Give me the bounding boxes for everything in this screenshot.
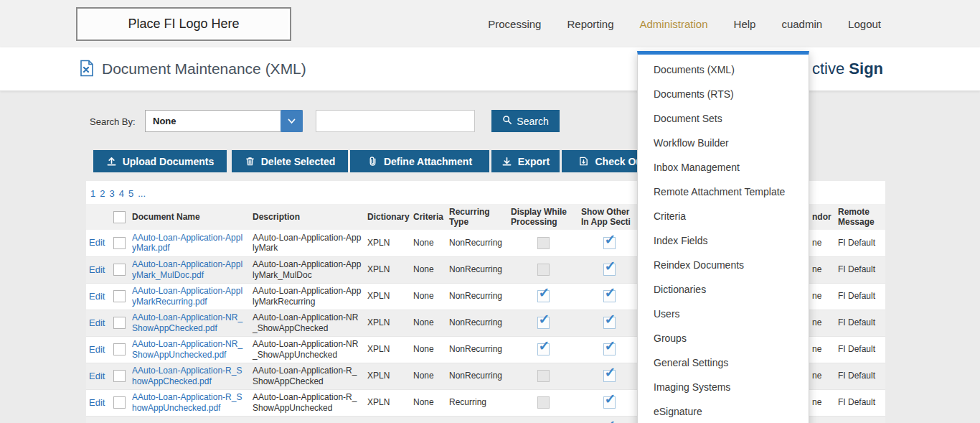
show-other-cell: ✓	[578, 363, 640, 389]
edit-link[interactable]: Edit	[89, 237, 105, 248]
checkbox-checked[interactable]: ✓	[603, 237, 616, 249]
edit-link[interactable]: Edit	[89, 264, 105, 275]
button-label: Upload Documents	[123, 156, 215, 167]
description-cell: AAuto-Loan-Application-RS	[250, 416, 364, 423]
checkbox-checked[interactable]: ✓	[603, 264, 616, 276]
checkbox-checked[interactable]: ✓	[603, 370, 616, 382]
menu-item-general-settings[interactable]: General Settings	[638, 350, 809, 375]
search-button[interactable]: Search	[491, 110, 560, 132]
description-cell: AAuto-Loan-Application-NR_ShowAppChecked	[250, 310, 364, 336]
col-remote-message: Remote Message	[835, 204, 885, 230]
check-icon: ✓	[539, 284, 550, 301]
page-link[interactable]: 5	[128, 188, 133, 199]
define-attachment-button[interactable]: Define Attachment	[350, 150, 489, 172]
description-cell: AAuto-Loan-Application-ApplyMark	[250, 230, 364, 256]
admin-dropdown-menu: Documents (XML)Documents (RTS)Document S…	[638, 57, 809, 423]
select-all-checkbox[interactable]	[113, 211, 126, 223]
chevron-down-icon[interactable]	[281, 110, 303, 132]
edit-link[interactable]: Edit	[89, 371, 105, 381]
row-select-checkbox[interactable]	[113, 343, 126, 355]
trash-icon	[245, 156, 255, 167]
display-while-processing-cell	[508, 363, 578, 389]
menu-item-documents-rts[interactable]: Documents (RTS)	[638, 82, 809, 106]
document-name-link[interactable]: AAuto-Loan-Application-ApplyMark.pdf	[132, 233, 242, 254]
edit-link[interactable]: Edit	[89, 317, 105, 328]
nav-logout[interactable]: Logout	[848, 18, 881, 30]
menu-item-imaging-systems[interactable]: Imaging Systems	[638, 375, 809, 399]
document-name-link[interactable]: AAuto-Loan-Application-ApplyMark_MulDoc.…	[132, 259, 242, 280]
row-select-checkbox[interactable]	[113, 290, 126, 302]
menu-item-remote-attachment-template[interactable]: Remote Attachment Template	[638, 180, 809, 204]
menu-item-document-sets[interactable]: Document Sets	[638, 106, 809, 131]
document-name-link[interactable]: AAuto-Loan-Application-NR_ShowAppChecked…	[132, 312, 242, 333]
edit-link[interactable]: Edit	[89, 344, 105, 355]
checkbox-checked[interactable]: ✓	[537, 290, 550, 302]
menu-item-inbox-management[interactable]: Inbox Management	[638, 155, 809, 180]
checkbox-unchecked[interactable]	[537, 264, 550, 276]
export-button[interactable]: Export	[491, 150, 560, 172]
menu-item-esignature[interactable]: eSignature	[638, 399, 809, 423]
row-select-checkbox[interactable]	[113, 396, 126, 409]
checkbox-unchecked[interactable]	[537, 370, 550, 382]
remote-message-cell: FI Default	[835, 363, 885, 389]
upload-documents-button[interactable]: Upload Documents	[93, 150, 227, 172]
recurring-type-cell: NonRecurring	[446, 256, 508, 283]
row-select-checkbox[interactable]	[113, 370, 126, 382]
nav-administration[interactable]: Administration	[640, 18, 708, 30]
search-by-label: Search By:	[90, 116, 136, 127]
nav-processing[interactable]: Processing	[488, 18, 541, 30]
search-by-dropdown[interactable]: None	[145, 110, 303, 132]
row-select-checkbox[interactable]	[113, 237, 126, 249]
edit-link[interactable]: Edit	[89, 397, 105, 408]
recurring-type-cell: NonRecurring	[446, 336, 508, 363]
checkbox-unchecked[interactable]	[537, 237, 550, 249]
delete-selected-button[interactable]: Delete Selected	[232, 150, 348, 172]
remote-message-cell: FI Default	[835, 416, 885, 423]
page-link[interactable]: 1	[90, 188, 95, 199]
menu-item-criteria[interactable]: Criteria	[638, 204, 809, 228]
page-link[interactable]: 2	[100, 188, 105, 199]
checkbox-checked[interactable]: ✓	[603, 290, 616, 302]
checkbox-checked[interactable]: ✓	[537, 343, 550, 355]
document-name-link[interactable]: AAuto-Loan-Application-NR_ShowAppUncheck…	[132, 339, 242, 360]
edit-link[interactable]: Edit	[89, 291, 105, 302]
col-description: Description	[250, 204, 364, 230]
menu-item-documents-xml[interactable]: Documents (XML)	[638, 57, 809, 82]
description-cell: AAuto-Loan-Application-NR_ShowAppUncheck…	[250, 336, 364, 363]
document-name-link[interactable]: AAuto-Loan-Application-R_ShowAppChecked.…	[132, 366, 242, 386]
checkbox-unchecked[interactable]	[537, 396, 550, 409]
display-while-processing-cell: ✓	[508, 283, 578, 310]
document-name-link[interactable]: AAuto-Loan-Application-ApplyMarkRecurrin…	[132, 286, 242, 307]
menu-item-reindex-documents[interactable]: Reindex Documents	[638, 253, 809, 277]
checkbox-checked[interactable]: ✓	[603, 396, 616, 409]
menu-item-index-fields[interactable]: Index Fields	[638, 228, 809, 253]
menu-item-users[interactable]: Users	[638, 302, 809, 326]
page-link[interactable]: 3	[109, 188, 114, 199]
nav-cuadmin[interactable]: cuadmin	[781, 18, 822, 30]
nav-reporting[interactable]: Reporting	[567, 18, 613, 30]
check-icon: ✓	[605, 311, 616, 327]
vendor-cell: ne	[809, 416, 835, 423]
checkbox-checked[interactable]: ✓	[603, 317, 616, 329]
menu-item-groups[interactable]: Groups	[638, 326, 809, 350]
col-dictionary: Dictionary	[364, 204, 410, 230]
row-select-checkbox[interactable]	[113, 264, 126, 276]
row-select-checkbox[interactable]	[113, 317, 126, 329]
criteria-cell: None	[410, 256, 446, 283]
page-link[interactable]: 4	[119, 188, 124, 199]
checkbox-checked[interactable]: ✓	[537, 317, 550, 329]
criteria-cell: None	[410, 389, 446, 416]
paperclip-icon	[367, 156, 378, 167]
description-cell: AAuto-Loan-Application-ApplyMark_MulDoc	[250, 256, 364, 283]
toolbar: Upload DocumentsDelete SelectedDefine At…	[0, 150, 980, 172]
button-label: Export	[518, 156, 550, 167]
page-link[interactable]: ...	[138, 188, 146, 199]
nav-help[interactable]: Help	[734, 18, 756, 30]
check-icon: ✓	[539, 311, 550, 327]
checkbox-checked[interactable]: ✓	[603, 343, 616, 355]
display-while-processing-cell	[508, 416, 578, 423]
search-input[interactable]	[316, 110, 475, 132]
document-name-link[interactable]: AAuto-Loan-Application-R_ShowAppUnchecke…	[132, 392, 242, 413]
menu-item-dictionaries[interactable]: Dictionaries	[638, 277, 809, 302]
menu-item-workflow-builder[interactable]: Workflow Builder	[638, 131, 809, 155]
